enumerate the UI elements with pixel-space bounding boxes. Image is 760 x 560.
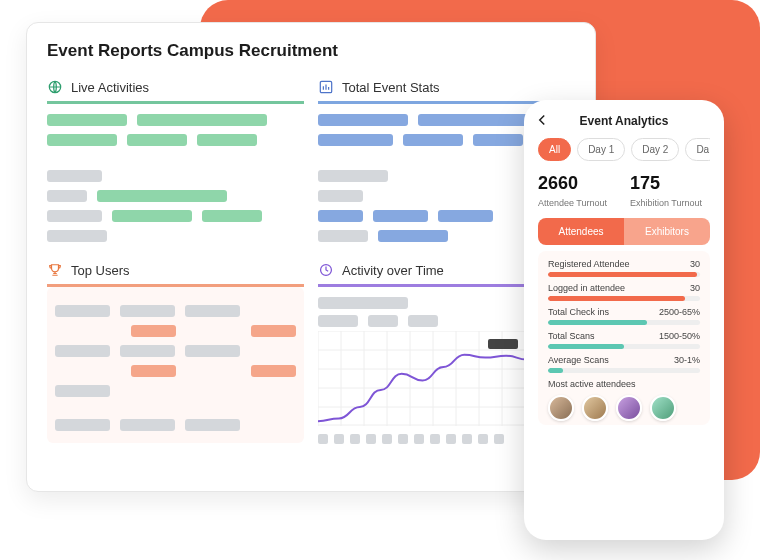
metric-label: Average Scans [548,355,609,365]
panel-title: Live Activities [71,80,149,95]
panel-header-live: Live Activities [47,73,304,104]
panel-title: Activity over Time [342,263,444,278]
avatar[interactable] [582,395,608,421]
metric-value: 30-1% [674,355,700,365]
dashboard-card: Event Reports Campus Recruitment Live Ac… [26,22,596,492]
segment-control[interactable]: Attendees Exhibitors [538,218,710,245]
metric-row: Total Scans1500-50% [548,331,700,349]
dashboard-grid: Live Activities Total Event Stats [47,73,575,444]
phone-card: Event Analytics All Day 1 Day 2 Da 2660 … [524,100,724,540]
avatar[interactable] [548,395,574,421]
clock-icon [318,262,334,278]
metric-value: 30 [690,259,700,269]
dashboard-title: Event Reports Campus Recruitment [47,41,575,61]
metric-row: Registered Attendee30 [548,259,700,277]
panel-title: Total Event Stats [342,80,440,95]
bar-chart-icon [318,79,334,95]
metric-bar [548,272,700,277]
phone-title: Event Analytics [580,114,669,128]
avatar-row [548,395,700,421]
filter-pill-day1[interactable]: Day 1 [577,138,625,161]
metric-row: Average Scans30-1% [548,355,700,373]
panel-live-activities: Live Activities [47,73,304,246]
metric-row: Total Check ins2500-65% [548,307,700,325]
metric-label: Total Scans [548,331,595,341]
segment-exhibitors[interactable]: Exhibitors [624,218,710,245]
metric-value: 2500-65% [659,307,700,317]
metric-bar [548,296,700,301]
metric-bar [548,320,700,325]
back-icon[interactable] [538,113,546,129]
metric-row: Logged in attendee30 [548,283,700,301]
panel-top-users: Top Users [47,256,304,444]
stat-exhibition-turnout: 175 Exhibition Turnout [630,173,710,208]
globe-icon [47,79,63,95]
metric-label: Logged in attendee [548,283,625,293]
metric-bar [548,368,700,373]
stat-value: 2660 [538,173,618,194]
avatar[interactable] [616,395,642,421]
trophy-icon [47,262,63,278]
filter-pills: All Day 1 Day 2 Da [538,138,710,161]
panel-header-top-users: Top Users [47,256,304,287]
metric-value: 30 [690,283,700,293]
segment-attendees[interactable]: Attendees [538,218,624,245]
metrics-card: Registered Attendee30Logged in attendee3… [538,251,710,425]
metric-label: Total Check ins [548,307,609,317]
stat-value: 175 [630,173,710,194]
most-active-header: Most active attendees [548,379,700,389]
phone-header: Event Analytics [538,114,710,128]
filter-pill-day2[interactable]: Day 2 [631,138,679,161]
filter-pill-all[interactable]: All [538,138,571,161]
panel-title: Top Users [71,263,130,278]
line-chart-svg [318,331,548,426]
metric-label: Registered Attendee [548,259,630,269]
stat-label: Exhibition Turnout [630,198,710,208]
metric-bar [548,344,700,349]
filter-pill-day3[interactable]: Da [685,138,710,161]
panel-header-totals: Total Event Stats [318,73,575,104]
placeholder-rows [47,104,304,246]
chart-tooltip [488,339,518,349]
placeholder-rows [47,287,304,443]
metric-value: 1500-50% [659,331,700,341]
stat-label: Attendee Turnout [538,198,618,208]
turnout-stats: 2660 Attendee Turnout 175 Exhibition Tur… [538,173,710,208]
stat-attendee-turnout: 2660 Attendee Turnout [538,173,618,208]
avatar[interactable] [650,395,676,421]
